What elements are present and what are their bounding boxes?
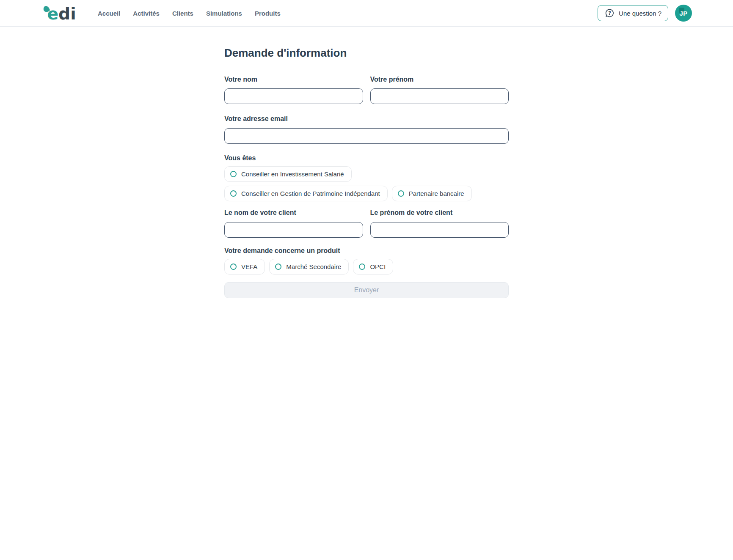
edi-logo-icon: edi — [42, 3, 80, 23]
submit-button[interactable]: Envoyer — [224, 282, 509, 298]
radio-option-opci[interactable]: OPCI — [353, 259, 393, 275]
svg-text:edi: edi — [47, 4, 76, 23]
radio-option-conseiller-investissement-salarie[interactable]: Conseiller en Investissement Salarié — [224, 166, 352, 182]
radio-circle-icon — [230, 264, 237, 270]
email-field-group: Votre adresse email — [224, 115, 509, 143]
name-label: Votre nom — [224, 76, 363, 83]
radio-circle-icon — [230, 171, 237, 177]
nav-item-accueil[interactable]: Accueil — [98, 0, 120, 27]
client-firstname-field-group: Le prénom de votre client — [370, 209, 509, 237]
svg-text:?: ? — [608, 10, 611, 16]
radio-option-partenaire-bancaire[interactable]: Partenaire bancaire — [392, 186, 472, 201]
radio-circle-icon — [230, 190, 237, 197]
radio-option-label: OPCI — [370, 263, 386, 270]
client-name-row: Le nom de votre client Le prénom de votr… — [224, 209, 509, 237]
nav-item-clients[interactable]: Clients — [172, 0, 193, 27]
radio-option-vefa[interactable]: VEFA — [224, 259, 265, 275]
name-field-group: Votre nom — [224, 76, 363, 104]
radio-circle-icon — [359, 264, 365, 270]
client-firstname-input[interactable] — [370, 222, 509, 238]
name-row: Votre nom Votre prénom — [224, 76, 509, 104]
question-button[interactable]: ? Une question ? — [598, 5, 668, 21]
radio-circle-icon — [398, 190, 404, 197]
firstname-field-group: Votre prénom — [370, 76, 509, 104]
user-avatar[interactable]: JP — [675, 5, 692, 22]
top-navigation-bar: edi Accueil Activités Clients Simulation… — [0, 0, 733, 27]
email-input[interactable] — [224, 128, 509, 144]
radio-option-label: Conseiller en Investissement Salarié — [241, 170, 344, 178]
radio-option-label: VEFA — [241, 263, 257, 270]
avatar-initials: JP — [680, 10, 688, 17]
role-group-label: Vous êtes — [224, 154, 509, 162]
radio-option-label: Partenaire bancaire — [409, 190, 464, 197]
radio-circle-icon — [275, 264, 281, 270]
email-label: Votre adresse email — [224, 115, 509, 123]
nav-item-activites[interactable]: Activités — [133, 0, 160, 27]
main-nav: Accueil Activités Clients Simulations Pr… — [98, 0, 281, 27]
client-name-input[interactable] — [224, 222, 363, 238]
radio-option-marche-secondaire[interactable]: Marché Secondaire — [269, 259, 349, 275]
information-request-form: Demande d'information Votre nom Votre pr… — [224, 47, 509, 298]
client-name-label: Le nom de votre client — [224, 209, 363, 217]
firstname-input[interactable] — [370, 88, 509, 104]
radio-option-label: Conseiller en Gestion de Patrimoine Indé… — [241, 190, 380, 197]
product-radio-group: Votre demande concerne un produit VEFA M… — [224, 247, 509, 275]
product-options: VEFA Marché Secondaire OPCI — [224, 259, 509, 275]
radio-option-conseiller-gestion-patrimoine[interactable]: Conseiller en Gestion de Patrimoine Indé… — [224, 186, 388, 201]
help-bubble-icon: ? — [604, 8, 615, 19]
role-radio-group: Vous êtes Conseiller en Investissement S… — [224, 154, 509, 201]
nav-item-simulations[interactable]: Simulations — [206, 0, 242, 27]
edi-logo[interactable]: edi — [42, 3, 80, 23]
name-input[interactable] — [224, 88, 363, 104]
product-group-label: Votre demande concerne un produit — [224, 247, 509, 255]
radio-option-label: Marché Secondaire — [286, 263, 341, 270]
client-firstname-label: Le prénom de votre client — [370, 209, 509, 217]
page-title: Demande d'information — [224, 47, 509, 60]
nav-item-produits[interactable]: Produits — [255, 0, 281, 27]
client-name-field-group: Le nom de votre client — [224, 209, 363, 237]
main-content: Demande d'information Votre nom Votre pr… — [0, 47, 733, 298]
firstname-label: Votre prénom — [370, 76, 509, 83]
role-options: Conseiller en Investissement Salarié Con… — [224, 166, 509, 201]
question-button-label: Une question ? — [619, 10, 661, 17]
